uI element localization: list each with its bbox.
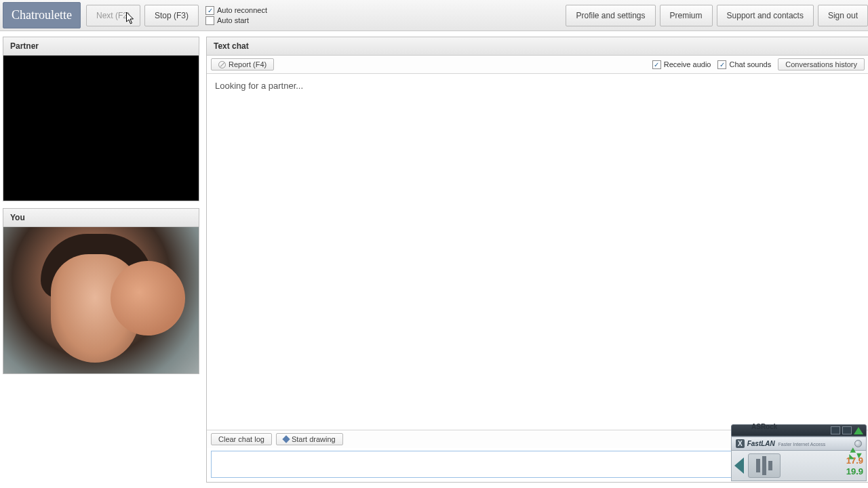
partner-video[interactable] <box>3 56 199 201</box>
report-label: Report (F4) <box>229 60 267 68</box>
start-drawing-button[interactable]: Start drawing <box>276 433 343 445</box>
chat-sounds-label: Chat sounds <box>729 60 771 68</box>
auto-start-option[interactable]: Auto start <box>205 16 267 25</box>
receive-audio-option[interactable]: ✓ Receive audio <box>652 60 711 69</box>
overlay-brand-text: FastLAN <box>747 440 775 447</box>
chat-column: Text chat Report (F4) ✓ Receive audio ✓ … <box>206 37 868 483</box>
sign-out-button[interactable]: Sign out <box>818 5 868 26</box>
chat-panel-title: Text chat <box>207 37 868 56</box>
overlay-app-icon[interactable] <box>748 453 781 478</box>
you-panel-title: You <box>3 209 199 227</box>
start-drawing-label: Start drawing <box>292 435 336 443</box>
prohibit-icon <box>218 61 226 68</box>
overlay-brand-sub: Faster Internet Access <box>778 442 826 447</box>
conversations-history-button[interactable]: Conversations history <box>778 58 865 70</box>
diamond-icon <box>282 435 290 443</box>
auto-reconnect-label: Auto reconnect <box>217 6 267 14</box>
auto-reconnect-option[interactable]: ✓ Auto reconnect <box>205 6 267 15</box>
premium-button[interactable]: Premium <box>660 5 713 26</box>
x-badge-icon: X <box>736 439 745 448</box>
you-video-panel: You <box>3 208 199 374</box>
support-contacts-button[interactable]: Support and contacts <box>717 5 814 26</box>
auto-start-label: Auto start <box>217 16 249 24</box>
upload-rate: 19.9 <box>846 466 863 476</box>
main-area: Partner You Text chat Report (F4) ✓ <box>0 31 868 483</box>
arrow-left-icon[interactable] <box>734 458 744 474</box>
checkbox-icon[interactable]: ✓ <box>205 6 214 15</box>
chat-status-line: Looking for a partner... <box>215 81 861 91</box>
chat-toolbar: Report (F4) ✓ Receive audio ✓ Chat sound… <box>207 56 868 74</box>
checkbox-icon[interactable]: ✓ <box>717 60 726 69</box>
triangle-up-icon[interactable] <box>854 427 863 434</box>
brand-logo: Chatroulette <box>3 2 81 28</box>
autoconnect-options: ✓ Auto reconnect Auto start <box>205 6 267 25</box>
overlay-brand-top: ASRock <box>751 423 777 430</box>
top-toolbar: Chatroulette Next (F2) Stop (F3) ✓ Auto … <box>0 0 868 31</box>
chat-log[interactable]: Looking for a partner... <box>207 74 868 430</box>
partner-video-panel: Partner <box>3 37 199 201</box>
clear-chat-log-button[interactable]: Clear chat log <box>211 433 272 445</box>
xfastlan-overlay[interactable]: X FastLAN Faster Internet Access ASRock … <box>731 424 867 481</box>
overlay-button-icon[interactable] <box>842 426 852 434</box>
overlay-button-icon[interactable] <box>831 426 840 434</box>
recycle-icon[interactable] <box>846 446 864 464</box>
receive-audio-label: Receive audio <box>664 60 711 68</box>
checkbox-icon[interactable] <box>205 16 214 25</box>
chat-sounds-option[interactable]: ✓ Chat sounds <box>717 60 771 69</box>
chat-message-input[interactable] <box>211 451 801 478</box>
text-chat-panel: Text chat Report (F4) ✓ Receive audio ✓ … <box>206 37 868 483</box>
stop-button[interactable]: Stop (F3) <box>144 5 199 26</box>
video-column: Partner You <box>3 37 199 483</box>
partner-panel-title: Partner <box>3 37 199 56</box>
report-button[interactable]: Report (F4) <box>211 58 274 70</box>
profile-settings-button[interactable]: Profile and settings <box>566 5 655 26</box>
checkbox-icon[interactable]: ✓ <box>652 60 661 69</box>
next-button[interactable]: Next (F2) <box>86 5 140 26</box>
self-video[interactable] <box>3 227 199 373</box>
